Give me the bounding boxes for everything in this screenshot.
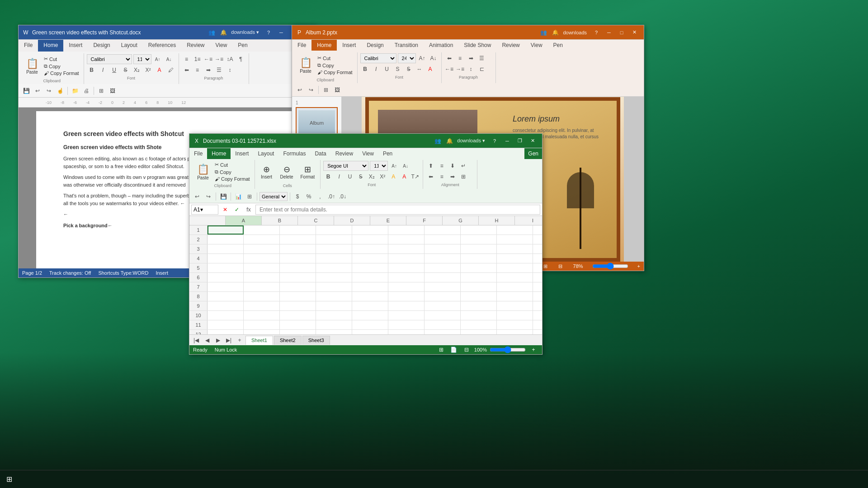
word-tab-insert[interactable]: Insert — [63, 40, 88, 52]
pptx-font-shrink[interactable]: A↓ — [429, 53, 439, 63]
word-bold-btn[interactable]: B — [87, 65, 97, 75]
excel-cell-12-3[interactable] — [316, 330, 352, 334]
excel-cell-7-7[interactable] — [461, 282, 497, 291]
excel-cell-4-2[interactable] — [280, 254, 316, 263]
excel-cell-3-3[interactable] — [316, 244, 352, 253]
excel-cell-8-1[interactable] — [244, 292, 280, 301]
excel-formula-fx-btn[interactable]: fx — [244, 205, 254, 215]
excel-cell-6-9[interactable] — [533, 273, 542, 282]
word-paste-btn[interactable]: 📋 Paste — [23, 56, 41, 76]
excel-sheet-nav-start[interactable]: |◀ — [191, 335, 201, 345]
taskbar-start-btn[interactable]: ⊞ — [0, 474, 18, 484]
pptx-underline-btn[interactable]: U — [382, 64, 392, 74]
excel-cell-7-0[interactable] — [208, 282, 244, 291]
pptx-bold-btn[interactable]: B — [360, 64, 370, 74]
excel-cell-c1[interactable] — [280, 225, 316, 235]
excel-cell-6-8[interactable] — [497, 273, 533, 282]
excel-col-e[interactable]: E — [370, 216, 406, 225]
word-minimize-btn[interactable]: ─ — [275, 28, 287, 37]
pptx-cut-btn[interactable]: ✂ Cut — [316, 55, 354, 61]
excel-tb-increase-dec[interactable]: .0↑ — [326, 192, 336, 202]
excel-cell-6-1[interactable] — [244, 273, 280, 282]
pptx-paste-btn[interactable]: 📋 Paste — [297, 55, 315, 75]
excel-cell-5-8[interactable] — [497, 263, 533, 272]
excel-cell-ref-dropdown[interactable]: ▾ — [200, 206, 203, 213]
word-tab-file[interactable]: File — [19, 40, 38, 52]
excel-formula-input[interactable] — [255, 205, 540, 215]
excel-cell-7-5[interactable] — [388, 282, 425, 291]
excel-cell-2-2[interactable] — [280, 235, 316, 244]
excel-cell-12-8[interactable] — [497, 330, 533, 334]
excel-cell-2-0[interactable] — [208, 235, 244, 244]
excel-cell-2-5[interactable] — [388, 235, 425, 244]
excel-help-btn[interactable]: ? — [489, 136, 500, 145]
word-outdent-btn[interactable]: ←≡ — [203, 54, 213, 64]
excel-cell-2-8[interactable] — [497, 235, 533, 244]
excel-cell-10-3[interactable] — [316, 311, 352, 320]
word-tab-layout[interactable]: Layout — [116, 40, 143, 52]
excel-cell-b1[interactable] — [244, 225, 280, 235]
excel-sheet-tab-2[interactable]: Sheet2 — [274, 336, 302, 345]
excel-align-center[interactable]: ≡ — [437, 172, 447, 182]
excel-tab-layout[interactable]: Layout — [253, 148, 278, 159]
pptx-tab-view[interactable]: View — [525, 40, 548, 51]
word-tab-review[interactable]: Review — [181, 40, 210, 52]
excel-add-sheet-btn[interactable]: + — [235, 335, 245, 345]
excel-cell-h1[interactable] — [461, 225, 497, 235]
excel-cell-12-7[interactable] — [461, 330, 497, 334]
excel-cell-5-7[interactable] — [461, 263, 497, 272]
excel-cell-8-3[interactable] — [316, 292, 352, 301]
excel-cell-5-5[interactable] — [388, 263, 425, 272]
excel-cell-12-6[interactable] — [425, 330, 461, 334]
excel-cell-12-5[interactable] — [388, 330, 425, 334]
excel-cell-8-0[interactable] — [208, 292, 244, 301]
word-justify-btn[interactable]: ☰ — [214, 65, 224, 75]
excel-bold-btn[interactable]: B — [323, 172, 333, 182]
excel-mid-align[interactable]: ≡ — [437, 161, 447, 171]
pptx-line-spacing[interactable]: ↕ — [466, 64, 476, 74]
excel-delete-btn[interactable]: ⊖ Delete — [278, 163, 296, 181]
excel-zoom-in[interactable]: + — [528, 345, 538, 355]
pptx-tab-insert[interactable]: Insert — [337, 40, 361, 51]
excel-copy-format-btn[interactable]: 🖌 Copy Format — [213, 176, 252, 182]
excel-cell-a1[interactable] — [208, 225, 244, 235]
pptx-align-left[interactable]: ⬅ — [444, 53, 454, 63]
excel-tb-comma[interactable]: , — [315, 192, 325, 202]
word-underline-btn[interactable]: U — [109, 65, 119, 75]
excel-sheet-nav-end[interactable]: ▶| — [224, 335, 234, 345]
excel-cell-8-7[interactable] — [461, 292, 497, 301]
excel-cell-11-8[interactable] — [497, 320, 533, 329]
pptx-copy-format-btn[interactable]: 🖌 Copy Format — [316, 69, 354, 75]
word-tb-touch[interactable]: ☝ — [55, 86, 65, 96]
word-tb-print[interactable]: 🖨 — [81, 86, 91, 96]
word-tab-design[interactable]: Design — [88, 40, 115, 52]
excel-cell-3-9[interactable] — [533, 244, 542, 253]
word-strikethrough-btn[interactable]: S — [121, 65, 131, 75]
excel-sheet-nav-prev[interactable]: ◀ — [202, 335, 212, 345]
word-sort-btn[interactable]: ↕A — [225, 54, 235, 64]
pptx-maximize-btn[interactable]: □ — [616, 28, 627, 37]
pptx-shadow-btn[interactable]: S — [393, 64, 403, 74]
excel-cell-11-2[interactable] — [280, 320, 316, 329]
excel-cell-4-6[interactable] — [425, 254, 461, 263]
excel-cell-10-6[interactable] — [425, 311, 461, 320]
excel-view-break[interactable]: ⊟ — [462, 345, 472, 355]
excel-cell-10-1[interactable] — [244, 311, 280, 320]
excel-cell-3-1[interactable] — [244, 244, 280, 253]
excel-cell-11-4[interactable] — [352, 320, 388, 329]
excel-cell-6-6[interactable] — [425, 273, 461, 282]
excel-cell-10-9[interactable] — [533, 311, 542, 320]
excel-cell-2-7[interactable] — [461, 235, 497, 244]
excel-tab-home[interactable]: Home — [207, 148, 231, 159]
excel-cell-11-9[interactable] — [533, 320, 542, 329]
excel-cell-2-1[interactable] — [244, 235, 280, 244]
excel-cell-f1[interactable] — [388, 225, 425, 235]
excel-merge-btn[interactable]: ⊞ — [458, 172, 468, 182]
excel-cell-7-3[interactable] — [316, 282, 352, 291]
pptx-tab-home[interactable]: Home — [311, 40, 337, 51]
word-cut-btn[interactable]: ✂ Cut — [42, 56, 81, 62]
excel-col-i[interactable]: I — [515, 216, 542, 225]
excel-cell-11-5[interactable] — [388, 320, 425, 329]
excel-tb-undo[interactable]: ↩ — [192, 192, 202, 202]
excel-tab-pen[interactable]: Pen — [378, 148, 397, 159]
